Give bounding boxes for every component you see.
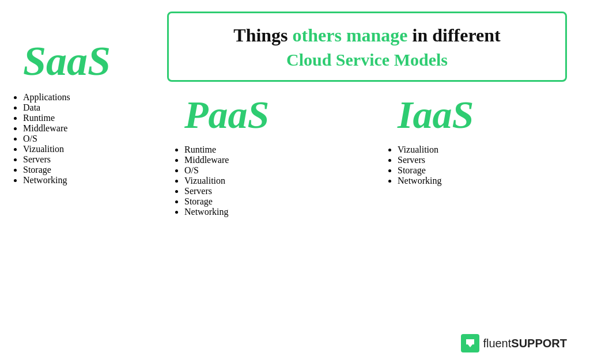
list-item: Middleware	[23, 123, 138, 134]
list-item: Storage	[23, 165, 138, 175]
list-item: Runtime	[184, 145, 346, 155]
list-item: Middleware	[184, 155, 346, 165]
list-item: O/S	[184, 165, 346, 176]
saas-title: SaaS	[23, 40, 138, 82]
list-item: Networking	[398, 176, 559, 186]
header-line2: Cloud Service Models	[186, 50, 548, 70]
paas-list: Runtime Middleware O/S Vizualition Serve…	[184, 145, 346, 217]
list-item: Networking	[184, 207, 346, 217]
list-item: Servers	[184, 186, 346, 196]
logo-text-support: SUPPORT	[511, 337, 567, 350]
saas-column: SaaS Applications Data Runtime Middlewar…	[0, 35, 161, 191]
logo-text: fluentSUPPORT	[483, 337, 567, 350]
list-item: Vizualition	[398, 145, 559, 155]
list-item: Storage	[398, 165, 559, 176]
header-text-green: others manage	[293, 25, 408, 46]
header-line1: Things others manage in different	[186, 24, 548, 48]
paas-title: PaaS	[184, 95, 346, 134]
list-item: Vizualition	[23, 144, 138, 154]
header-box: Things others manage in different Cloud …	[167, 12, 567, 82]
iaas-list: Vizualition Servers Storage Networking	[398, 145, 559, 186]
list-item: Networking	[23, 175, 138, 185]
iaas-column: IaaS Vizualition Servers Storage Network…	[380, 89, 576, 192]
list-item: Servers	[398, 155, 559, 165]
logo-svg	[464, 337, 476, 350]
header-text-things: Things	[233, 25, 292, 46]
saas-list: Applications Data Runtime Middleware O/S…	[23, 92, 138, 185]
list-item: Applications	[23, 92, 138, 103]
iaas-title: IaaS	[398, 95, 559, 134]
logo-text-fluent: fluent	[483, 337, 511, 350]
list-item: Storage	[184, 196, 346, 207]
paas-column: PaaS Runtime Middleware O/S Vizualition …	[167, 89, 363, 223]
header-text-different: in different	[408, 25, 501, 46]
list-item: Runtime	[23, 113, 138, 123]
fluent-support-logo: fluentSUPPORT	[461, 334, 567, 352]
logo-icon	[461, 334, 479, 352]
list-item: O/S	[23, 134, 138, 144]
page: Things others manage in different Cloud …	[0, 0, 590, 364]
list-item: Vizualition	[184, 176, 346, 186]
list-item: Data	[23, 103, 138, 113]
list-item: Servers	[23, 154, 138, 165]
